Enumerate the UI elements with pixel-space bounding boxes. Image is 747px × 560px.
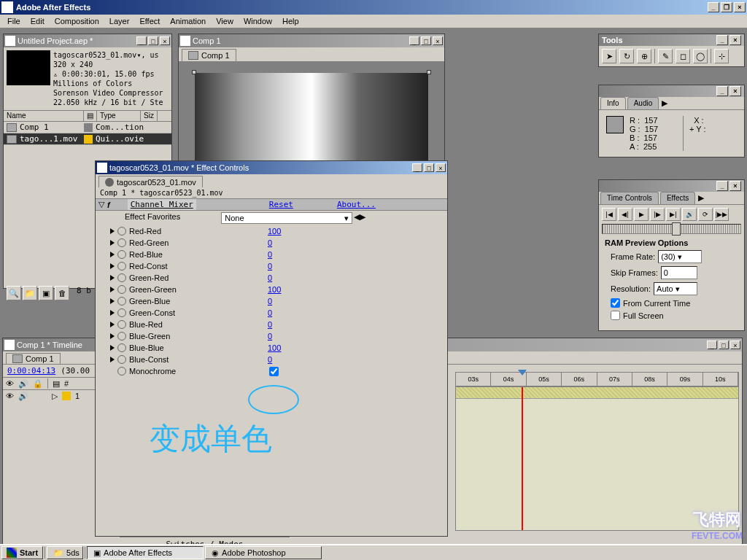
cti-head-icon[interactable]	[518, 370, 527, 376]
video-toggle[interactable]: 👁	[6, 392, 14, 400]
close-button[interactable]: ×	[160, 36, 170, 45]
comp-tab[interactable]: Comp 1	[182, 49, 236, 61]
lock-icon[interactable]: 🔒	[33, 379, 43, 389]
tab-info[interactable]: Info	[600, 97, 626, 109]
tab-effects[interactable]: Effects	[660, 192, 695, 204]
current-time-indicator[interactable]	[522, 387, 523, 530]
skip-frames-input[interactable]	[661, 266, 697, 279]
col-type[interactable]: Type	[97, 111, 141, 121]
first-frame-button[interactable]: |◀	[602, 208, 616, 221]
folder-icon[interactable]: 📁	[23, 286, 37, 300]
layer-bar[interactable]	[456, 387, 738, 399]
effect-name[interactable]: Channel Mixer	[128, 199, 196, 210]
menu-effect[interactable]: Effect	[135, 15, 164, 27]
effect-controls-titlebar[interactable]: tagoscar0523_01.mov * Effect Controls _ …	[96, 161, 447, 174]
maximize-button[interactable]: □	[424, 163, 434, 172]
last-frame-button[interactable]: ▶|	[666, 208, 681, 221]
comp-titlebar[interactable]: Comp 1 _ □ ×	[179, 34, 444, 47]
full-screen-checkbox[interactable]	[611, 311, 620, 320]
start-button[interactable]: Start	[1, 546, 43, 559]
minimize-button[interactable]: _	[716, 35, 728, 45]
maximize-button[interactable]: □	[719, 341, 729, 349]
twirl-icon[interactable]	[110, 333, 115, 339]
twirl-icon[interactable]	[110, 275, 115, 281]
pen-tool-icon[interactable]: ✎	[658, 49, 673, 63]
twirl-icon[interactable]	[110, 298, 115, 304]
jog-knob[interactable]	[672, 222, 681, 236]
footage-thumbnail[interactable]	[7, 50, 50, 85]
jog-bar[interactable]	[602, 224, 741, 234]
tab-time-controls[interactable]: Time Controls	[600, 192, 659, 204]
loop-button[interactable]: ⟳	[698, 208, 713, 221]
stopwatch-icon[interactable]	[117, 250, 126, 259]
param-value[interactable]: 0	[268, 238, 272, 247]
project-titlebar[interactable]: Untitled Project.aep * _ □ ×	[4, 34, 171, 47]
close-button[interactable]: ×	[730, 341, 740, 349]
trash-icon[interactable]: 🗑	[55, 286, 69, 300]
panel-menu-icon[interactable]: ▶	[695, 192, 707, 204]
twirl-icon[interactable]	[110, 357, 115, 362]
handle-icon[interactable]	[427, 70, 431, 74]
frame-rate-select[interactable]: (30) ▾	[658, 250, 702, 263]
minimize-button[interactable]: _	[716, 86, 728, 96]
param-value[interactable]: 100	[268, 227, 281, 236]
project-item-comp[interactable]: Comp 1 Com...tion	[4, 122, 171, 133]
stopwatch-icon[interactable]	[117, 320, 126, 329]
quicklaunch-folder[interactable]: 📁5ds	[47, 546, 83, 559]
param-value[interactable]: 0	[268, 320, 272, 329]
close-button[interactable]: ×	[436, 163, 446, 172]
col-name[interactable]: Name	[4, 111, 84, 121]
color-label[interactable]	[84, 123, 93, 132]
col-size[interactable]: Siz	[141, 111, 158, 121]
find-icon[interactable]: 🔍	[7, 286, 21, 300]
param-value[interactable]: 0	[268, 297, 272, 306]
audio-toggle[interactable]: 🔊	[18, 392, 28, 401]
close-button[interactable]: ×	[729, 86, 741, 96]
menu-composition[interactable]: Composition	[50, 15, 104, 27]
color-label[interactable]	[84, 135, 93, 144]
minimize-button[interactable]: _	[136, 36, 147, 45]
stopwatch-icon[interactable]	[117, 285, 126, 294]
monochrome-checkbox[interactable]	[269, 367, 279, 376]
resolution-select[interactable]: Auto ▾	[654, 282, 697, 295]
handle-icon[interactable]	[192, 70, 196, 74]
twirl-icon[interactable]	[110, 263, 115, 269]
orbit-tool-icon[interactable]: ⊕	[637, 49, 651, 63]
close-button[interactable]: ×	[734, 2, 746, 12]
selection-tool-icon[interactable]: ➤	[602, 49, 616, 63]
video-icon[interactable]: 👁	[6, 379, 14, 388]
audio-icon[interactable]: 🔊	[18, 379, 28, 389]
minimize-button[interactable]: _	[716, 181, 728, 191]
menu-animation[interactable]: Animation	[166, 15, 210, 27]
stopwatch-icon[interactable]	[117, 367, 126, 376]
stopwatch-icon[interactable]	[117, 262, 126, 271]
close-button[interactable]: ×	[729, 35, 741, 45]
twirl-icon[interactable]	[110, 240, 115, 246]
param-value[interactable]: 0	[268, 250, 272, 259]
favorites-dropdown[interactable]: None▾	[221, 212, 352, 224]
param-value[interactable]: 0	[268, 355, 272, 364]
minimize-button[interactable]: _	[708, 2, 719, 12]
menu-help[interactable]: Help	[278, 15, 303, 27]
twirl-icon[interactable]	[110, 252, 115, 257]
param-value[interactable]: 100	[268, 285, 281, 294]
stopwatch-icon[interactable]	[117, 227, 126, 236]
minimize-button[interactable]: _	[707, 341, 717, 349]
twirl-icon[interactable]	[110, 345, 115, 351]
twirl-icon[interactable]	[110, 322, 115, 327]
menu-file[interactable]: File	[3, 15, 25, 27]
param-value[interactable]: 0	[268, 273, 272, 282]
layer-color[interactable]	[62, 392, 71, 400]
next-frame-button[interactable]: |▶	[650, 208, 665, 221]
ram-preview-button[interactable]: |▶▶	[714, 208, 729, 221]
param-value[interactable]: 0	[268, 308, 272, 317]
task-photoshop[interactable]: ◉Adobe Photoshop	[205, 546, 322, 559]
twirl-icon[interactable]	[110, 287, 115, 292]
menu-edit[interactable]: Edit	[26, 15, 49, 27]
prev-frame-button[interactable]: ◀|	[618, 208, 632, 221]
maximize-button[interactable]: □	[148, 36, 158, 45]
stopwatch-icon[interactable]	[117, 273, 126, 282]
maximize-button[interactable]: □	[421, 36, 431, 45]
current-time[interactable]: 0:00:04:13	[4, 365, 58, 377]
ec-tab[interactable]: tagoscar0523_01.mov	[98, 176, 203, 187]
